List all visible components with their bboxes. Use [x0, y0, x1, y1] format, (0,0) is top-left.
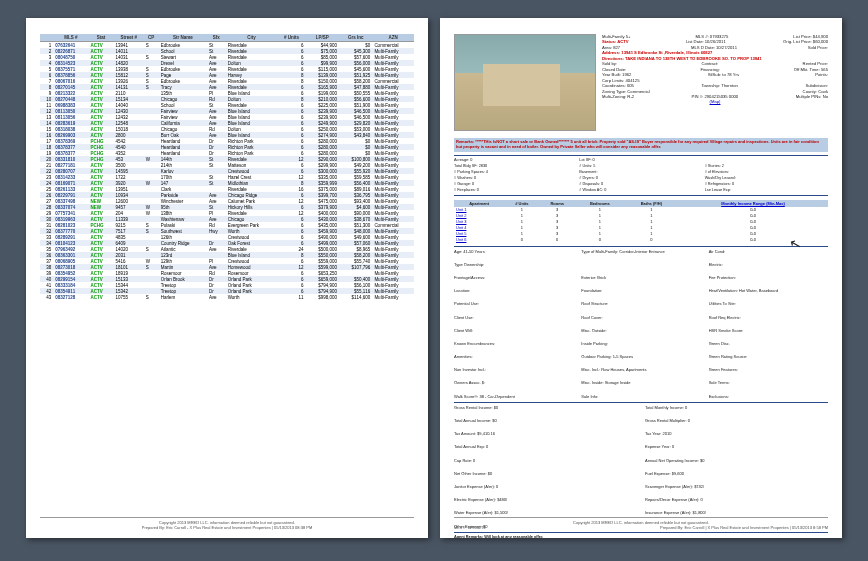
property-photo	[454, 34, 596, 131]
col-header: Grs Inc	[339, 34, 372, 42]
table-row[interactable]: 3708068905ACTV5416W129thPlCrestwood6$559…	[40, 258, 414, 264]
income-range-link[interactable]: Monthly Income Range (Min-Max)	[721, 201, 785, 206]
col-header: Str Name	[159, 34, 207, 42]
col-header: Stat	[89, 34, 114, 42]
table-row[interactable]: 1508318038ACTV15018ChicagoRdDolton6$250,…	[40, 126, 414, 132]
table-row[interactable]: 3308289291ACTV4835126thCrestwood6$490,00…	[40, 234, 414, 240]
unit-col: Baths (F/H)	[625, 200, 678, 207]
table-row[interactable]: 608378856ACTV15812SPageAveHarvey8$139,00…	[40, 72, 414, 78]
footer-text: Prepared By: Eric Carroll - X Plus Real …	[40, 525, 414, 530]
col-header: Sfx	[207, 34, 226, 42]
table-row[interactable]: 2308314233ACTV1722170thStHazel Crest12$3…	[40, 174, 414, 180]
table-row[interactable]: 2608229791ACTV10934ParksideAveChicago Ri…	[40, 192, 414, 198]
table-row[interactable]: 2508261133ACTV13951ClarkRiverdale16$375,…	[40, 186, 414, 192]
table-row[interactable]: 4108333184ACTV15344TreetopDrOrland Park6…	[40, 282, 414, 288]
table-row[interactable]: 1608269903ACTV2800Burr OakAveBlue Island…	[40, 132, 414, 138]
table-row[interactable]: 3808273018ACTV18101SMartinAveHomewood12$…	[40, 264, 414, 270]
col-header: # Units	[278, 34, 306, 42]
table-row[interactable]: 3408104123ACTV6409Country RidgeDrOak For…	[40, 240, 414, 246]
financials-section: Gross Rental Income: $0Total Monthly Inc…	[454, 402, 828, 529]
listing-table: MLS #StatStreet #CPStr NameSfxCity# Unit…	[40, 34, 414, 300]
table-row[interactable]: 308048750ACTV14031SStewartAveRiverdale6$…	[40, 54, 414, 60]
table-row[interactable]: 3208377770ACTV7517SSouthwestHwyWorth6$45…	[40, 228, 414, 234]
unit-col: Rooms	[539, 200, 575, 207]
units-section: Apartment# UnitsRoomsBedroomsBaths (F/H)…	[454, 195, 828, 243]
unit-col: # Units	[504, 200, 539, 207]
table-row[interactable]: 808270145ACTV14131STracyAveRiverdale6$16…	[40, 84, 414, 90]
col-header: AZN	[372, 34, 414, 42]
agent-section: Agent Remarks: Will look at any reasonab…	[454, 532, 828, 538]
table-row[interactable]: 2008331810PCHG453W144thStRiverdale12$290…	[40, 156, 414, 162]
col-header: Street #	[114, 34, 144, 42]
table-row[interactable]: 2907757341ACTV204W138thPlRiverdale12$400…	[40, 210, 414, 216]
table-row[interactable]: 2808337074NEW9457W95thStHickory Hills6$3…	[40, 204, 414, 210]
table-row[interactable]: 1408283619ACTV12548CaliforniaAveBlue Isl…	[40, 120, 414, 126]
building-section: Acreage: 0Lot SF: 0 Total Bldg SF: 2830#…	[454, 155, 828, 192]
table-row[interactable]: 2708337498NEW12600WinchesterAveCalumet P…	[40, 198, 414, 204]
table-row[interactable]: 4308327128ACTV10755SHarlemAveWorth11$998…	[40, 294, 414, 300]
table-row[interactable]: 3008319963ACTV11339WashtenawAveChicago6$…	[40, 216, 414, 222]
table-row[interactable]: 2408169071ACTV3920W147StMidlothian8$359,…	[40, 180, 414, 186]
unit-col: Bedrooms	[575, 200, 625, 207]
table-row[interactable]: 3608363301ACTV2031123rdBlue Island8$550,…	[40, 252, 414, 258]
table-row[interactable]: 1008270448ACTV15134ChicagoRdDolton8$210,…	[40, 96, 414, 102]
detail-header: Multi-Family 5+MLS #: 07933275List Price…	[602, 34, 828, 105]
map-link[interactable]: (Map)	[602, 99, 828, 104]
table-row[interactable]: 1308113056ACTV12432FairviewAveBlue Islan…	[40, 114, 414, 120]
unit-col: Monthly Income Range (Min-Max)	[678, 200, 828, 207]
col-header: LP/SP	[305, 34, 338, 42]
table-row[interactable]: 1106988383ACTV14040SchoolStRiverdale6$22…	[40, 102, 414, 108]
table-row[interactable]: 708067016ACTV13926SEdbrookeAveRiverdale8…	[40, 78, 414, 84]
listing-page-1: MLS #StatStreet #CPStr NameSfxCity# Unit…	[26, 18, 428, 538]
col-header: MLS #	[53, 34, 88, 42]
table-row[interactable]: 4008299154ACTV15133Orlan BrookDrOrland P…	[40, 276, 414, 282]
col-header	[40, 34, 53, 42]
footer-text-2: Prepared By: Eric Carroll | X Plus Real …	[660, 525, 828, 530]
table-row[interactable]: 4208354911ACTV15342TreetopDrOrland Park6…	[40, 288, 414, 294]
table-row[interactable]: 1208113050ACTV12430FairviewAveBlue Islan…	[40, 108, 414, 114]
table-row[interactable]: 2208280707ACTV14595KarlovCrestwood6$300,…	[40, 168, 414, 174]
table-row[interactable]: 3507963492ACTV14020SAtlanticAveRiverdale…	[40, 246, 414, 252]
features-section: Age: 41-50 YearsType of Multi-Family: Co…	[454, 246, 828, 399]
unit-col: Apartment	[454, 200, 504, 207]
table-row[interactable]: 908213322ACTV2110135thPlBlue Island6$199…	[40, 90, 414, 96]
table-row[interactable]: 208226871ACTV14011SchoolStRiverdale6$75,…	[40, 48, 414, 54]
table-row[interactable]: 2108277181ACTV3500214thStMatteson6$299,9…	[40, 162, 414, 168]
detail-page: Multi-Family 5+MLS #: 07933275List Price…	[440, 18, 842, 538]
unit-row: Unit 600000-0	[454, 237, 828, 243]
remarks-box: Remarks: *****THis IsNOT a short sale or…	[454, 138, 828, 152]
table-row[interactable]: 508375571ACTV13938SEdbrookeAveRiverdale6…	[40, 66, 414, 72]
col-header: City	[226, 34, 278, 42]
table-row[interactable]: 408314523ACTV14820DrexelAveDolton6$99,90…	[40, 60, 414, 66]
table-row[interactable]: 3108281023PCHG9215SPulaskiRdEvergreen Pa…	[40, 222, 414, 228]
footer-mls: MLS #: 07933275	[454, 525, 486, 530]
col-header: CP	[144, 34, 159, 42]
